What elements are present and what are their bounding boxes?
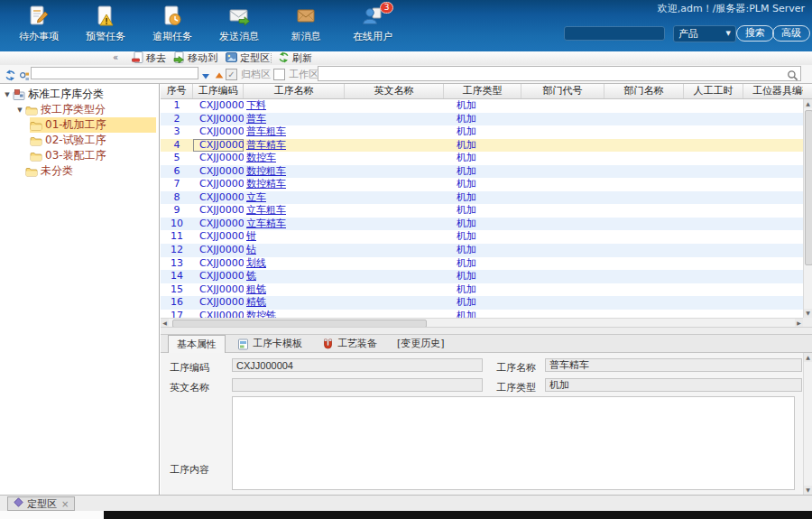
column-header-8[interactable]: 人工工时 <box>684 84 743 98</box>
table-row[interactable]: 4CXJJ000004普车精车机加 <box>161 139 803 153</box>
tree-node-2[interactable]: 01-机加工序 <box>0 117 159 133</box>
toolbar-button-1[interactable]: 移去 <box>132 51 166 65</box>
table-row[interactable]: 6CXJJ000006数控粗车机加 <box>161 165 803 179</box>
table-row[interactable]: 17CXJJ000017数控铣机加 <box>161 310 803 318</box>
search-button[interactable]: 搜索 <box>736 25 774 42</box>
tree-node-1[interactable]: ▼按工序类型分 <box>0 102 159 117</box>
cell-tooling <box>743 257 803 271</box>
column-header-7[interactable]: 部门名称 <box>604 84 684 98</box>
detail-scrollbar[interactable]: ▲ ▼ <box>803 353 812 495</box>
cell-type: 机加 <box>444 178 521 191</box>
cell-type: 机加 <box>444 283 521 297</box>
table-row[interactable]: 3CXJJ000003普车粗车机加 <box>161 125 803 139</box>
cell-tooling <box>743 165 803 179</box>
scroll-down-icon[interactable]: ▼ <box>804 309 812 318</box>
tab-4[interactable]: [变更历史] <box>389 336 453 352</box>
tree-node-4[interactable]: 03-装配工序 <box>0 148 159 163</box>
list-filter-input[interactable] <box>320 67 784 82</box>
scroll-left-icon[interactable]: ◀ <box>161 319 169 327</box>
panel-divider[interactable] <box>161 327 812 334</box>
detail-tabbar: 基本属性工序卡模板工艺装备[变更历史] <box>161 334 812 353</box>
cell-no: 11 <box>161 230 193 244</box>
search-category-dropdown[interactable]: 产品 ▼ <box>673 25 736 42</box>
column-header-2[interactable]: 工序编码 <box>193 84 244 98</box>
cell-hours <box>684 178 743 191</box>
column-header-9[interactable]: 工位器具编码 <box>743 84 803 98</box>
toolbar-button-2[interactable]: 移动到 <box>173 51 217 65</box>
table-row[interactable]: 13CXJJ000013划线机加 <box>161 257 803 271</box>
cell-hours <box>684 218 743 231</box>
cell-dept_name <box>604 152 684 165</box>
table-row[interactable]: 14CXJJ000014铣机加 <box>161 270 803 283</box>
topbar-item-5[interactable]: 新消息 <box>278 5 334 43</box>
column-header-3[interactable]: 工序名称 <box>244 84 345 98</box>
cell-name: 普车精车 <box>244 139 345 153</box>
cell-dept_name <box>604 283 684 297</box>
tab-1[interactable]: 基本属性 <box>168 335 226 353</box>
folder-icon <box>30 135 42 146</box>
table-row[interactable]: 5CXJJ000005数控车机加 <box>161 152 803 165</box>
scrollbar-thumb[interactable] <box>805 110 812 265</box>
column-header-5[interactable]: 工序类型 <box>444 84 521 98</box>
expand-arrow-icon[interactable]: ▼ <box>14 107 25 114</box>
table-row[interactable]: 2CXJJ000002普车机加 <box>161 113 803 126</box>
close-icon[interactable]: × <box>61 499 69 509</box>
code-field[interactable] <box>232 358 483 372</box>
search-icon[interactable] <box>787 68 798 85</box>
topbar-item-1[interactable]: 待办事项 <box>11 5 67 43</box>
tree-node-core: 按工序类型分 <box>25 102 156 117</box>
tree-filter-input[interactable] <box>31 67 198 79</box>
column-header-4[interactable]: 英文名称 <box>345 84 444 98</box>
content-field[interactable] <box>232 396 795 490</box>
column-header-6[interactable]: 部门代号 <box>521 84 604 98</box>
cell-tooling <box>743 191 803 205</box>
cell-no: 2 <box>161 113 193 126</box>
toolbar-button-3[interactable]: 定型区 <box>226 51 270 65</box>
column-header-1[interactable]: 序号 <box>161 84 193 98</box>
table-row[interactable]: 1CXJJ000001下料机加 <box>161 99 803 113</box>
tab-2[interactable]: 工序卡模板 <box>229 336 310 352</box>
global-search-input[interactable] <box>564 26 665 41</box>
collapse-panel-chevron[interactable]: « <box>113 52 118 62</box>
work-zone-checkbox[interactable]: 工作区 <box>273 68 318 81</box>
archive-zone-checkbox[interactable]: ✓ 归档区 <box>226 68 271 81</box>
table-row[interactable]: 11CXJJ000011钳机加 <box>161 230 803 244</box>
scroll-up-icon[interactable]: ▲ <box>804 99 812 108</box>
topbar-item-6[interactable]: 3在线用户 <box>345 5 401 43</box>
cell-dept_code <box>521 296 604 310</box>
name-field[interactable] <box>545 358 802 372</box>
tab-3[interactable]: 工艺装备 <box>314 336 385 352</box>
scroll-down-icon[interactable]: ▼ <box>804 486 812 495</box>
english-name-field[interactable] <box>232 378 483 392</box>
cell-dept_name <box>604 244 684 257</box>
expand-arrow-icon[interactable]: ▼ <box>2 91 13 98</box>
table-row[interactable]: 15CXJJ000015粗铣机加 <box>161 283 803 297</box>
horizontal-scrollbar[interactable]: ◀ ▶ <box>161 318 803 327</box>
table-row[interactable]: 16CXJJ000016精铣机加 <box>161 296 803 310</box>
table-row[interactable]: 7CXJJ000007数控精车机加 <box>161 178 803 191</box>
vertical-scrollbar[interactable]: ▲ ▼ <box>803 99 812 318</box>
tree-node-5[interactable]: 未分类 <box>0 163 159 179</box>
cell-code: CXJJ000008 <box>193 191 244 205</box>
topbar-item-4[interactable]: 发送消息 <box>211 5 267 43</box>
scroll-right-icon[interactable]: ▶ <box>795 319 803 327</box>
table-row[interactable]: 8CXJJ000008立车机加 <box>161 191 803 205</box>
navigate-down-button[interactable] <box>200 68 212 80</box>
navigate-up-button[interactable] <box>214 68 226 80</box>
topbar-item-2[interactable]: 预警任务 <box>78 5 134 43</box>
cell-name: 立车精车 <box>244 218 345 231</box>
table-row[interactable]: 9CXJJ000009立车粗车机加 <box>161 204 803 218</box>
cell-no: 14 <box>161 270 193 283</box>
scroll-up-icon[interactable]: ▲ <box>804 353 812 362</box>
tree-node-3[interactable]: 02-试验工序 <box>0 133 159 148</box>
table-row[interactable]: 12CXJJ000012钻机加 <box>161 244 803 257</box>
tree-refresh-icon[interactable] <box>5 68 16 85</box>
toolbar-button-4[interactable]: 刷新 <box>278 51 312 65</box>
type-field[interactable] <box>545 378 802 392</box>
table-row[interactable]: 10CXJJ000010立车精车机加 <box>161 218 803 231</box>
finalize-zone-tab[interactable]: 定型区 × <box>7 496 75 511</box>
toolbar-button-label: 移去 <box>146 51 166 65</box>
topbar-item-3[interactable]: 逾期任务 <box>144 5 200 43</box>
advanced-search-button[interactable]: 高级 <box>772 25 810 42</box>
tree-root[interactable]: ▼标准工序库分类 <box>0 87 159 102</box>
